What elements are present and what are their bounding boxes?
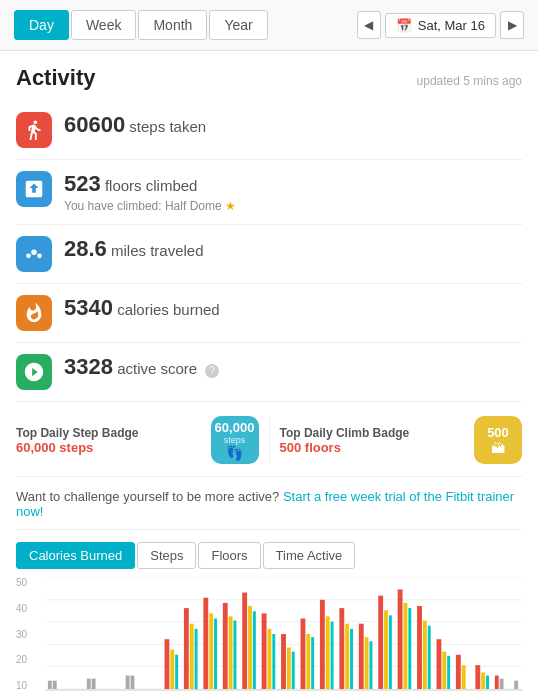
badges-section: Top Daily Step Badge 60,000 steps 60,000…: [16, 402, 522, 477]
svg-rect-12: [92, 679, 96, 689]
prev-date-button[interactable]: ◀: [357, 11, 381, 39]
svg-rect-42: [339, 608, 344, 689]
miles-row: 28.6 miles traveled: [16, 225, 522, 284]
climb-badge-emoji: 🏔: [491, 440, 505, 456]
steps-icon: [16, 112, 52, 148]
tab-year[interactable]: Year: [209, 10, 267, 40]
svg-rect-62: [475, 665, 480, 689]
svg-rect-19: [190, 624, 194, 689]
svg-rect-51: [398, 589, 403, 689]
next-date-button[interactable]: ▶: [500, 11, 524, 39]
svg-rect-20: [195, 629, 198, 689]
svg-point-1: [26, 254, 31, 259]
active-value-block: 3328 active score ?: [64, 354, 522, 380]
y-label-10: 10: [16, 680, 27, 691]
chart-tab-calories[interactable]: Calories Burned: [16, 542, 135, 569]
svg-rect-26: [233, 621, 236, 689]
tab-day[interactable]: Day: [14, 10, 69, 40]
svg-rect-13: [126, 676, 130, 689]
calories-row: 5340 calories burned: [16, 284, 522, 343]
active-main-line: 3328 active score ?: [64, 354, 522, 380]
main-content: Activity updated 5 mins ago 60600 steps …: [0, 51, 538, 700]
miles-main-line: 28.6 miles traveled: [64, 236, 522, 262]
step-badge-label: Top Daily Step Badge: [16, 426, 201, 440]
calendar-icon: 📅: [396, 18, 412, 33]
steps-unit: steps taken: [129, 118, 206, 135]
floors-unit: floors climbed: [105, 177, 198, 194]
tab-month[interactable]: Month: [138, 10, 207, 40]
active-unit: active score: [117, 360, 197, 377]
chart-tabs: Calories Burned Steps Floors Time Active: [16, 530, 522, 577]
y-label-20: 20: [16, 654, 27, 665]
svg-rect-27: [242, 593, 247, 689]
step-badge-text: Top Daily Step Badge 60,000 steps: [16, 426, 201, 455]
svg-rect-50: [389, 615, 392, 689]
floors-icon: [16, 171, 52, 207]
star-icon: ★: [225, 199, 236, 213]
activity-header: Activity updated 5 mins ago: [16, 51, 522, 101]
step-badge-value: 60,000 steps: [16, 440, 201, 455]
chart-svg: [46, 577, 522, 700]
svg-rect-57: [437, 639, 442, 689]
floors-row: 523 floors climbed You have climbed: Hal…: [16, 160, 522, 225]
step-badge-sub: steps: [224, 435, 246, 445]
miles-value: 28.6: [64, 236, 107, 261]
climb-badge-icon: 500 🏔: [474, 416, 522, 464]
svg-rect-60: [456, 655, 461, 689]
svg-rect-39: [320, 600, 325, 689]
svg-rect-67: [514, 681, 518, 689]
chart-area: 0 10 20 30 40 50: [16, 577, 522, 700]
svg-rect-38: [311, 637, 314, 689]
svg-rect-41: [331, 622, 334, 689]
climb-badge-value: 500 floors: [280, 440, 465, 455]
floors-value: 523: [64, 171, 101, 196]
svg-rect-34: [287, 648, 291, 689]
step-badge-emoji: 👣: [226, 445, 243, 461]
chart-tab-steps[interactable]: Steps: [137, 542, 196, 569]
miles-unit: miles traveled: [111, 242, 204, 259]
svg-rect-35: [292, 652, 295, 689]
chart-tab-time[interactable]: Time Active: [263, 542, 356, 569]
calories-main-line: 5340 calories burned: [64, 295, 522, 321]
step-badge-icon: 60,000 steps 👣: [211, 416, 259, 464]
svg-rect-37: [306, 634, 310, 689]
step-badge-num: 60,000: [215, 420, 255, 435]
calories-value: 5340: [64, 295, 113, 320]
tab-week[interactable]: Week: [71, 10, 137, 40]
svg-rect-11: [87, 679, 91, 689]
svg-rect-54: [417, 606, 422, 689]
svg-rect-52: [403, 603, 407, 689]
floors-sub: You have climbed: Half Dome ★: [64, 199, 522, 213]
svg-rect-56: [428, 626, 431, 689]
calories-icon: [16, 295, 52, 331]
svg-rect-53: [408, 608, 411, 689]
svg-rect-59: [447, 656, 450, 689]
cta-text: Want to challenge yourself to be more ac…: [16, 489, 279, 504]
svg-point-2: [37, 254, 42, 259]
svg-rect-44: [350, 629, 353, 689]
floors-main-line: 523 floors climbed: [64, 171, 522, 197]
svg-rect-15: [165, 639, 170, 689]
info-icon[interactable]: ?: [205, 364, 219, 378]
svg-rect-17: [175, 655, 178, 689]
svg-rect-48: [378, 596, 383, 689]
svg-rect-9: [48, 681, 52, 689]
chart-tab-floors[interactable]: Floors: [198, 542, 260, 569]
steps-main-line: 60600 steps taken: [64, 112, 522, 138]
svg-rect-64: [486, 676, 489, 689]
steps-value-block: 60600 steps taken: [64, 112, 522, 138]
svg-rect-10: [53, 681, 57, 689]
y-label-30: 30: [16, 629, 27, 640]
step-badge-item: Top Daily Step Badge 60,000 steps 60,000…: [16, 416, 259, 464]
svg-rect-25: [229, 616, 233, 689]
svg-rect-18: [184, 608, 189, 689]
svg-rect-36: [301, 618, 306, 689]
svg-rect-49: [384, 610, 388, 689]
svg-rect-61: [462, 665, 466, 689]
svg-rect-65: [495, 676, 499, 689]
active-row: 3328 active score ?: [16, 343, 522, 402]
svg-rect-40: [326, 616, 330, 689]
climb-badge-num: 500: [487, 425, 509, 440]
svg-rect-21: [203, 598, 208, 689]
svg-rect-31: [267, 629, 271, 689]
